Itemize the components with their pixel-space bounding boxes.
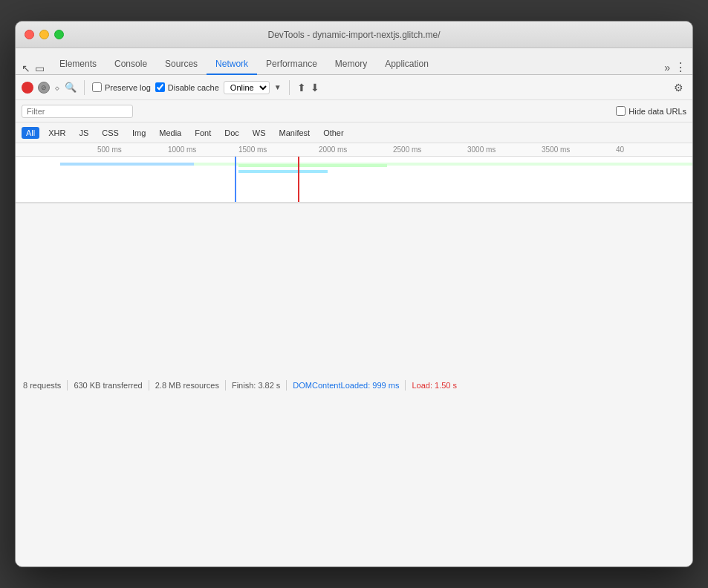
red-vline — [298, 157, 299, 203]
throttle-select[interactable]: Online — [224, 81, 270, 94]
tick-3500: 3500 ms — [542, 146, 570, 154]
type-filter-manifest[interactable]: Manifest — [275, 127, 315, 139]
tick-1500: 1500 ms — [238, 146, 267, 154]
maximize-button[interactable] — [54, 30, 64, 39]
sep1 — [84, 80, 85, 95]
settings-button[interactable]: ⚙ — [671, 80, 686, 95]
traffic-lights — [25, 30, 64, 39]
tick-1000: 1000 ms — [168, 146, 196, 154]
type-filter-font[interactable]: Font — [190, 127, 215, 139]
timeline-ruler: 500 ms 1000 ms 1500 ms 2000 ms 2500 ms 3… — [16, 143, 692, 157]
finish-time: Finish: 3.82 s — [232, 381, 280, 390]
main-table-area: Name Type Size Priority Waterfall ▲ dyna… — [16, 203, 692, 566]
more-tabs-button[interactable]: » — [664, 62, 670, 74]
filter-bar: Hide data URLs — [16, 100, 692, 122]
import-har-button[interactable]: ⬆ — [297, 82, 306, 94]
transferred-size: 630 KB transferred — [74, 381, 142, 390]
filter-icon[interactable]: ⬦ — [54, 82, 60, 93]
export-har-button[interactable]: ⬇ — [311, 82, 319, 94]
preserve-log-label[interactable]: Preserve log — [92, 82, 151, 92]
tab-console[interactable]: Console — [105, 54, 156, 75]
devtools-menu-button[interactable]: ⋮ — [675, 60, 686, 74]
devtools-window: DevTools - dynamic-import-nextjs.glitch.… — [15, 21, 693, 567]
requests-count: 8 requests — [23, 381, 61, 390]
load-time: Load: 1.50 s — [412, 381, 457, 390]
sep2 — [289, 80, 290, 95]
timeline-area: 500 ms 1000 ms 1500 ms 2000 ms 2500 ms 3… — [16, 143, 692, 203]
type-filter-css[interactable]: CSS — [97, 127, 123, 139]
tick-3000: 3000 ms — [467, 146, 496, 154]
devtools-body: ↖ ▭ Elements Console Sources Network Per… — [16, 48, 692, 566]
tick-500: 500 ms — [97, 146, 122, 154]
timeline-content — [16, 157, 692, 203]
dom-content-loaded: DOMContentLoaded: 999 ms — [293, 381, 399, 390]
type-filter-all[interactable]: All — [22, 127, 39, 139]
blue-vline — [235, 157, 236, 203]
tab-memory[interactable]: Memory — [326, 54, 376, 75]
tick-2500: 2500 ms — [393, 146, 421, 154]
hide-data-urls-checkbox[interactable] — [616, 106, 626, 116]
tab-sources[interactable]: Sources — [156, 54, 207, 75]
type-filter-ws[interactable]: WS — [248, 127, 270, 139]
type-filter-doc[interactable]: Doc — [220, 127, 244, 139]
filter-input[interactable] — [22, 105, 133, 118]
hide-data-urls-label[interactable]: Hide data URLs — [616, 106, 686, 116]
tab-application[interactable]: Application — [376, 54, 438, 75]
type-filter-xhr[interactable]: XHR — [44, 127, 70, 139]
status-sep4 — [286, 380, 287, 391]
type-filter-other[interactable]: Other — [319, 127, 348, 139]
preserve-log-checkbox[interactable] — [92, 82, 102, 92]
tab-network[interactable]: Network — [207, 54, 257, 75]
window-title: DevTools - dynamic-import-nextjs.glitch.… — [267, 30, 440, 40]
type-filter-img[interactable]: Img — [128, 127, 150, 139]
tick-2000: 2000 ms — [319, 146, 347, 154]
close-button[interactable] — [25, 30, 34, 39]
status-sep1 — [67, 380, 68, 391]
resources-size: 2.8 MB resources — [155, 381, 219, 390]
search-icon[interactable]: 🔍 — [65, 82, 77, 93]
type-filter-js[interactable]: JS — [74, 127, 93, 139]
device-icon[interactable]: ▭ — [35, 62, 45, 74]
disable-cache-label[interactable]: Disable cache — [155, 82, 219, 92]
type-filter-bar: All XHR JS CSS Img Media Font Doc WS Man… — [16, 122, 692, 143]
stop-button[interactable]: ⊘ — [38, 82, 50, 94]
tick-40: 40 — [616, 146, 624, 154]
status-sep5 — [405, 380, 406, 391]
titlebar: DevTools - dynamic-import-nextjs.glitch.… — [16, 22, 692, 48]
throttle-dropdown-icon[interactable]: ▼ — [274, 83, 282, 91]
type-filter-media[interactable]: Media — [155, 127, 186, 139]
cursor-icon[interactable]: ↖ — [22, 62, 30, 74]
tab-elements[interactable]: Elements — [51, 54, 105, 75]
status-bar: 8 requests 630 KB transferred 2.8 MB res… — [16, 203, 692, 566]
record-button[interactable] — [22, 82, 33, 94]
network-toolbar: ⊘ ⬦ 🔍 Preserve log Disable cache Online … — [16, 75, 692, 100]
status-sep3 — [225, 380, 226, 391]
disable-cache-checkbox[interactable] — [155, 82, 165, 92]
status-sep2 — [149, 380, 149, 391]
nav-tabs-bar: ↖ ▭ Elements Console Sources Network Per… — [16, 48, 692, 75]
minimize-button[interactable] — [39, 30, 49, 39]
tab-performance[interactable]: Performance — [257, 54, 326, 75]
